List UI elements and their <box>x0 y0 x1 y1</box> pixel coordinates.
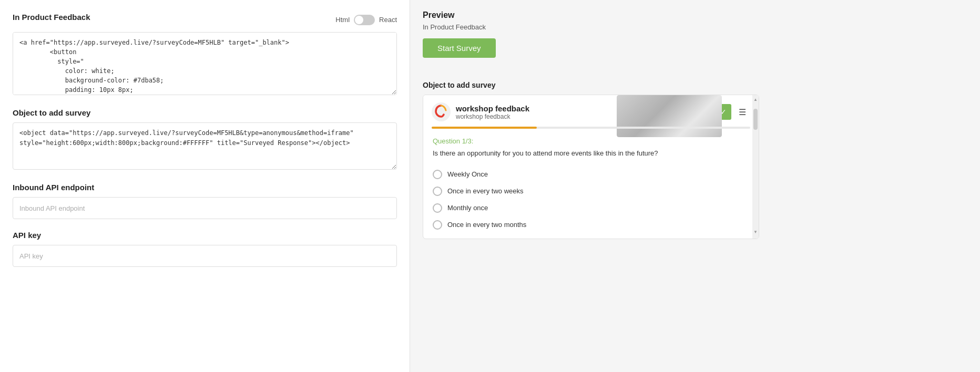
survey-title-block: workshop feedback workshop feedback <box>456 104 529 120</box>
section1-title: In Product Feedback <box>13 13 90 22</box>
radio-option-4[interactable]: Once in every two months <box>433 216 749 233</box>
start-survey-button[interactable]: Start Survey <box>423 38 496 58</box>
html-label: Html <box>335 16 350 24</box>
radio-circle-1 <box>433 170 442 179</box>
react-label: React <box>379 16 397 24</box>
progress-bar-fill <box>432 127 537 129</box>
survey-preview-box: workshop feedback workshop feedback ✓ ☰ … <box>423 95 759 239</box>
object-add-survey-label: Object to add survey <box>423 81 967 89</box>
right-panel: Preview In Product Feedback Start Survey… <box>410 0 980 372</box>
survey-main-title: workshop feedback <box>456 104 529 113</box>
scrollbar-arrow-up[interactable]: ▲ <box>752 95 759 104</box>
surveyed-logo-icon <box>432 102 451 121</box>
survey-sub-title: workshop feedback <box>456 113 529 120</box>
inbound-input[interactable] <box>13 197 397 219</box>
html-react-toggle[interactable] <box>354 15 375 25</box>
api-key-input[interactable] <box>13 245 397 267</box>
toggle-labels: Html React <box>335 15 397 25</box>
section2-title: Object to add survey <box>13 108 397 117</box>
question-text: Is there an opportunity for you to atten… <box>433 148 749 159</box>
header-menu-button[interactable]: ☰ <box>734 104 750 120</box>
object-section: Object to add survey <object data="https… <box>13 108 397 171</box>
section4-title: API key <box>13 231 397 240</box>
inbound-section: Inbound API endpoint <box>13 183 397 219</box>
radio-circle-4 <box>433 220 442 230</box>
radio-circle-2 <box>433 187 442 196</box>
scrollbar-thumb[interactable] <box>753 109 758 130</box>
preview-header-left: workshop feedback workshop feedback <box>432 102 529 121</box>
section3-title: Inbound API endpoint <box>13 183 397 192</box>
preview-subtitle: In Product Feedback <box>423 23 967 31</box>
radio-option-3[interactable]: Monthly once <box>433 200 749 216</box>
header-image-bg <box>617 95 722 137</box>
progress-bar-container <box>423 127 759 129</box>
radio-label-4: Once in every two months <box>447 221 526 229</box>
radio-label-2: Once in every two weeks <box>447 187 524 195</box>
api-key-section: API key <box>13 231 397 267</box>
radio-label-1: Weekly Once <box>447 170 488 178</box>
object-textarea[interactable]: <object data="https://app.surveyed.live/… <box>13 122 397 170</box>
radio-circle-3 <box>433 203 442 213</box>
preview-title: Preview <box>423 11 967 20</box>
toggle-row: In Product Feedback Html React <box>13 13 397 27</box>
scrollbar-arrow-down[interactable]: ▼ <box>752 228 759 236</box>
survey-header-image <box>617 95 722 137</box>
question-label: Question 1/3: <box>433 137 749 145</box>
survey-body: Question 1/3: Is there an opportunity fo… <box>423 129 759 239</box>
radio-label-3: Monthly once <box>447 204 488 212</box>
in-product-section: In Product Feedback Html React <a href="… <box>13 13 397 97</box>
code-textarea[interactable]: <a href="https://app.surveyed.live/?surv… <box>13 32 397 95</box>
preview-header: workshop feedback workshop feedback ✓ ☰ <box>423 95 759 127</box>
radio-option-2[interactable]: Once in every two weeks <box>433 183 749 200</box>
progress-bar-track <box>432 127 750 129</box>
radio-option-1[interactable]: Weekly Once <box>433 166 749 183</box>
left-panel: In Product Feedback Html React <a href="… <box>0 0 410 372</box>
scrollbar-right[interactable]: ▲ ▼ <box>752 95 759 239</box>
